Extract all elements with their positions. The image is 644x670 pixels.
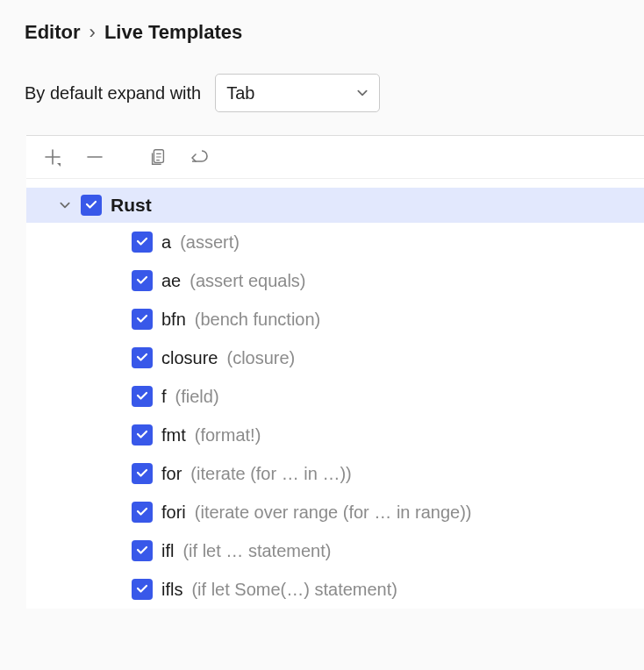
template-checkbox[interactable] [132,502,153,523]
template-row[interactable]: fori(iterate over range (for … in range)… [26,493,644,531]
chevron-down-icon[interactable] [58,199,72,211]
template-abbreviation: a [161,232,171,253]
expand-dropdown-value: Tab [226,83,254,103]
check-icon [135,425,149,445]
breadcrumb-current: Live Templates [104,21,242,44]
template-abbreviation: ae [161,271,181,291]
template-row[interactable]: ae(assert equals) [26,261,644,300]
template-row[interactable]: bfn(bench function) [26,300,644,339]
template-checkbox[interactable] [132,463,153,484]
template-abbreviation: ifls [161,580,182,600]
template-abbreviation: bfn [161,310,186,330]
template-description: (assert equals) [190,271,305,291]
template-checkbox[interactable] [132,540,153,561]
template-row[interactable]: closure(closure) [26,339,644,377]
breadcrumb-parent[interactable]: Editor [25,21,81,44]
templates-panel: Rust a(assert)ae(assert equals)bfn(bench… [26,135,644,609]
expand-with-row: By default expand with Tab [25,74,644,112]
check-icon [135,232,149,253]
template-row[interactable]: a(assert) [26,223,644,261]
template-abbreviation: fori [161,502,186,523]
template-description: (assert) [180,232,240,253]
template-row[interactable]: ifl(if let … statement) [26,531,644,570]
group-label: Rust [111,195,152,216]
template-checkbox[interactable] [132,347,153,368]
template-description: (iterate (for … in …)) [190,464,351,484]
template-abbreviation: for [161,464,182,484]
template-row[interactable]: ifls(if let Some(…) statement) [26,570,644,609]
template-row[interactable]: for(iterate (for … in …)) [26,454,644,493]
check-icon [135,271,149,291]
template-description: (if let … statement) [182,541,331,561]
check-icon [135,464,149,484]
template-group-row[interactable]: Rust [26,188,644,223]
remove-icon[interactable] [82,145,107,169]
template-row[interactable]: fmt(format!) [26,416,644,454]
templates-tree: Rust a(assert)ae(assert equals)bfn(bench… [26,179,644,609]
chevron-down-icon [356,83,369,103]
template-checkbox[interactable] [132,309,153,330]
expand-label: By default expand with [25,83,201,103]
toolbar [26,136,644,179]
template-checkbox[interactable] [132,386,153,407]
check-icon [135,541,149,561]
expand-dropdown[interactable]: Tab [215,74,380,112]
template-checkbox[interactable] [132,270,153,291]
check-icon [135,348,149,368]
template-abbreviation: f [161,387,167,407]
template-checkbox[interactable] [132,232,153,253]
copy-icon[interactable] [146,145,170,169]
check-icon [135,387,149,407]
template-checkbox[interactable] [132,424,153,445]
breadcrumb-separator: › [89,21,96,44]
add-icon[interactable] [40,145,65,169]
check-icon [84,196,98,216]
template-description: (closure) [226,348,295,368]
template-description: (if let Some(…) statement) [191,580,397,600]
template-abbreviation: ifl [161,541,174,561]
check-icon [135,310,149,330]
template-description: (field) [175,387,219,407]
svg-rect-0 [154,150,163,163]
template-row[interactable]: f(field) [26,377,644,416]
template-description: (format!) [195,425,261,445]
undo-icon[interactable] [188,145,212,169]
template-checkbox[interactable] [132,579,153,600]
template-abbreviation: closure [161,348,218,368]
template-description: (iterate over range (for … in range)) [195,502,472,523]
group-checkbox[interactable] [81,195,102,216]
breadcrumb: Editor › Live Templates [25,21,644,44]
template-abbreviation: fmt [161,425,186,445]
template-description: (bench function) [195,310,320,330]
check-icon [135,502,149,523]
check-icon [135,580,149,600]
